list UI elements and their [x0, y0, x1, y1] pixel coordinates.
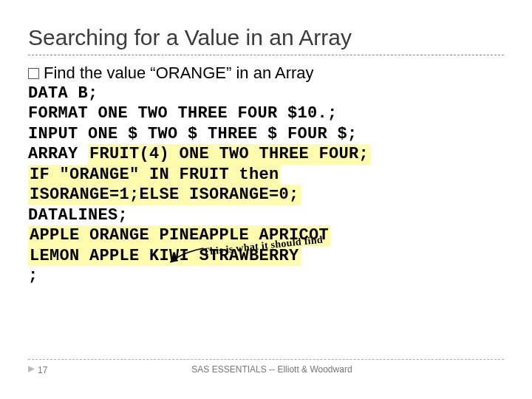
slide-content: Find the value “ORANGE” in an Array DATA… — [28, 63, 504, 287]
code-line-5b: ISORANGE=1;ELSE ISORANGE=0; — [28, 185, 504, 205]
code-line-2: FORMAT ONE TWO THREE FOUR $10.; — [28, 103, 504, 124]
bullet-icon — [28, 68, 39, 79]
bullet-text: Find the value “ORANGE” in an Array — [44, 64, 314, 82]
code-line-4-prefix: ARRAY — [28, 145, 88, 163]
code-line-8-highlight: LEMON APPLE KIWI STRAWBERRY — [28, 246, 301, 267]
code-line-8: LEMON APPLE KIWI STRAWBERRY — [28, 246, 504, 267]
slide-title: Searching for a Value in an Array — [28, 25, 504, 50]
code-line-7-highlight: APPLE ORANGE PINEAPPLE APRICOT — [28, 225, 330, 246]
code-line-4: ARRAY FRUIT(4) ONE TWO THREE FOUR; — [28, 144, 504, 165]
code-line-9: ; — [28, 266, 504, 287]
slide: Searching for a Value in an Array Find t… — [0, 0, 532, 399]
slide-footer: 17 SAS ESSENTIALS -- Elliott & Woodward — [28, 359, 504, 375]
page-arrow-icon — [28, 364, 35, 375]
footer-divider — [28, 359, 504, 360]
code-line-1: DATA B; — [28, 83, 504, 104]
footer-text: SAS ESSENTIALS -- Elliott & Woodward — [191, 364, 352, 375]
code-line-5b-highlight: ISORANGE=1;ELSE ISORANGE=0; — [28, 185, 301, 205]
page-number-container: 17 — [28, 364, 47, 375]
code-line-5a-highlight: IF "ORANGE" IN FRUIT then — [28, 165, 281, 185]
bullet-line: Find the value “ORANGE” in an Array — [28, 63, 504, 83]
title-divider — [28, 55, 504, 55]
code-line-3: INPUT ONE $ TWO $ THREE $ FOUR $; — [28, 124, 504, 145]
code-block: DATA B; FORMAT ONE TWO THREE FOUR $10.; … — [28, 83, 504, 287]
code-line-5a: IF "ORANGE" IN FRUIT then — [28, 165, 504, 185]
page-number: 17 — [38, 365, 47, 375]
code-line-6: DATALINES; — [28, 205, 504, 226]
code-line-4-highlight: FRUIT(4) ONE TWO THREE FOUR; — [88, 144, 370, 165]
code-line-7: APPLE ORANGE PINEAPPLE APRICOT — [28, 225, 504, 246]
